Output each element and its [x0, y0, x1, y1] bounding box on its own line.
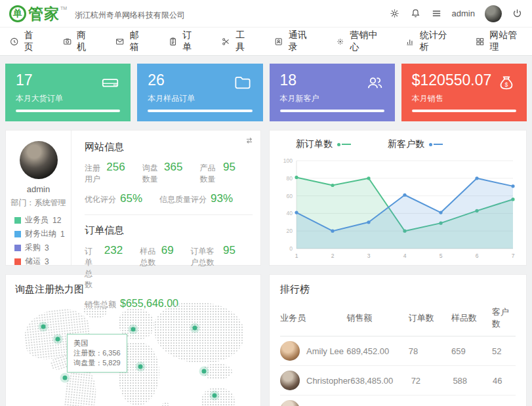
settings-gear-icon[interactable] — [389, 8, 400, 19]
stat-card-bulk-orders[interactable]: 17 本月大货订单 — [5, 64, 131, 121]
sample-count: 588 — [453, 376, 493, 386]
drive-icon — [100, 73, 120, 92]
ranking-title: 排行榜 — [280, 283, 516, 296]
stat-label: 订单客户总数 — [191, 246, 219, 268]
nav-item-business[interactable]: 商机 — [62, 30, 94, 53]
customer-count: 46 — [493, 376, 516, 386]
stat-label: 本月样品订单 — [148, 93, 252, 104]
nav-item-site-admin[interactable]: 网站管理 — [475, 30, 523, 53]
map-landmass-madagascar — [161, 402, 170, 406]
nav-label: 通讯录 — [289, 30, 314, 53]
order-info-title: 订单信息 — [85, 224, 253, 237]
svg-text:1: 1 — [295, 253, 298, 259]
table-row[interactable]: Christopher 638,485.00 72 588 46 — [280, 366, 516, 396]
nav-item-mail[interactable]: 邮箱 — [115, 30, 146, 53]
map-marker[interactable] — [213, 394, 217, 398]
nav-item-analytics[interactable]: 统计分析 — [405, 30, 453, 53]
map-tooltip: 美国 注册数：6,356 询盘量：5,829 — [67, 334, 127, 373]
ranking-table: 业务员 销售额 订单数 样品数 客户数 Amily Lee 689,452.00… — [280, 302, 516, 406]
salesperson-name: Amily Lee — [306, 346, 344, 356]
stat-card-new-customers[interactable]: 18 本月新客户 — [270, 64, 395, 121]
avatar — [280, 341, 300, 361]
notifications-bell-icon[interactable] — [410, 8, 421, 19]
users-icon — [365, 73, 384, 92]
stat-label: 样品总数 — [140, 246, 157, 268]
contacts-icon — [274, 36, 283, 47]
nav-item-tools[interactable]: 工具 — [221, 30, 253, 53]
map-marker[interactable] — [55, 336, 60, 341]
sample-count: 659 — [451, 346, 492, 356]
stat-cards-row: 17 本月大货订单 26 本月样品订单 18 本月新客户 $120550.07 — [5, 64, 527, 121]
grid-icon — [475, 36, 485, 47]
table-row[interactable]: Nick Doe 597,512.00 63 564 39 — [280, 396, 516, 406]
profile-department: 部门：系统管理 — [6, 197, 71, 209]
swap-arrows-icon[interactable] — [245, 136, 254, 145]
role-color-swatch — [14, 231, 21, 237]
stat-inquiries: 询盘数量 365 — [142, 161, 183, 185]
role-legend: 业务员 12 财务出纳 1 采购 3 储运 — [6, 214, 71, 267]
map-marker[interactable] — [41, 325, 46, 329]
order-count: 72 — [411, 376, 453, 386]
svg-text:4: 4 — [403, 253, 407, 259]
role-color-swatch — [14, 217, 21, 224]
sales-amount: 689,452.00 — [346, 346, 409, 356]
ranking-panel: 排行榜 业务员 销售额 订单数 样品数 客户数 Amily Lee 689,45… — [269, 274, 527, 406]
stat-card-monthly-sales[interactable]: $120550.07 本月销售 $ — [401, 64, 527, 121]
nav-item-contacts[interactable]: 通讯录 — [274, 30, 314, 53]
legend-new-customers[interactable]: 新客户数 — [388, 138, 443, 150]
map-marker[interactable] — [62, 375, 67, 380]
avatar — [280, 400, 300, 406]
nav-item-orders[interactable]: 订单 — [168, 30, 199, 53]
svg-text:20: 20 — [287, 228, 293, 234]
line-chart[interactable]: 0204060801001234567 — [279, 155, 517, 262]
header-avatar[interactable] — [485, 5, 502, 22]
col-salesperson[interactable]: 业务员 — [280, 312, 346, 324]
col-customers[interactable]: 客户数 — [492, 306, 516, 330]
map-marker[interactable] — [131, 327, 136, 331]
stat-value: 95 — [223, 244, 235, 257]
map-marker[interactable] — [202, 369, 207, 374]
stat-label: 本月大货订单 — [16, 93, 120, 104]
logo-char: 单 — [13, 8, 22, 20]
role-label: 采购 — [25, 242, 41, 253]
salesperson-name: Christopher — [306, 376, 350, 386]
role-count: 3 — [45, 243, 49, 253]
profile-column: admin 部门：系统管理 业务员 12 财务出纳 1 采 — [6, 131, 72, 265]
svg-text:3: 3 — [367, 253, 371, 259]
map-marker[interactable] — [192, 325, 197, 330]
stat-label: 产品数量 — [199, 163, 219, 185]
svg-text:5: 5 — [440, 253, 443, 259]
stat-value: 69 — [161, 244, 174, 257]
col-sales[interactable]: 销售额 — [346, 312, 409, 324]
stat-value: 232 — [104, 244, 123, 257]
legend-marker-green — [337, 143, 351, 146]
stat-order-customers: 订单客户总数 95 — [191, 244, 235, 291]
header-username[interactable]: admin — [452, 9, 475, 18]
logout-power-icon[interactable] — [512, 8, 523, 19]
nav-item-home[interactable]: 首页 — [9, 30, 41, 53]
stat-card-sample-orders[interactable]: 26 本月样品订单 — [137, 64, 262, 121]
svg-text:$: $ — [505, 81, 508, 88]
col-orders[interactable]: 订单数 — [409, 312, 451, 324]
nav-label: 邮箱 — [130, 30, 146, 53]
legend-new-orders[interactable]: 新订单数 — [296, 138, 351, 150]
role-count: 12 — [52, 216, 61, 225]
menu-icon[interactable] — [431, 8, 442, 19]
world-map[interactable]: 美国 注册数：6,356 询盘量：5,829 — [15, 302, 251, 406]
map-landmass-australia — [201, 388, 234, 406]
nav-label: 首页 — [24, 30, 40, 53]
col-samples[interactable]: 样品数 — [451, 312, 492, 324]
card-underline-bar — [412, 110, 516, 112]
map-landmass-greenland — [83, 302, 107, 318]
profile-avatar[interactable] — [20, 141, 58, 179]
svg-text:2: 2 — [331, 253, 335, 259]
nav-label: 商机 — [77, 30, 93, 53]
stat-label: 本月销售 — [412, 93, 516, 104]
stat-value: 93% — [211, 192, 233, 205]
map-marker[interactable] — [138, 365, 142, 369]
nav-item-marketing[interactable]: 营销中心 — [335, 30, 383, 53]
table-row[interactable]: Amily Lee 689,452.00 78 659 52 — [280, 336, 516, 366]
app-logo[interactable]: 单 管家 TM — [9, 5, 67, 22]
app-header: 单 管家 TM 浙江杭州奇单网络科技有限公司 admin — [0, 0, 532, 28]
role-color-swatch — [14, 245, 21, 251]
